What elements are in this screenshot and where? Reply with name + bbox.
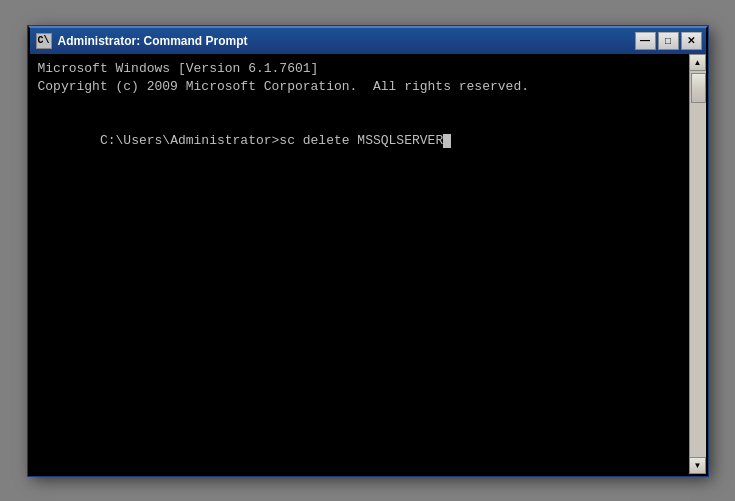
scroll-track[interactable] <box>690 71 706 457</box>
console-line-3 <box>38 96 681 114</box>
minimize-button[interactable]: — <box>635 32 656 50</box>
scroll-thumb[interactable] <box>691 73 706 103</box>
title-bar: C\ Administrator: Command Prompt — □ ✕ <box>30 28 706 54</box>
console-output[interactable]: Microsoft Windows [Version 6.1.7601] Cop… <box>30 54 689 474</box>
window-title: Administrator: Command Prompt <box>58 34 248 48</box>
maximize-button[interactable]: □ <box>658 32 679 50</box>
command-prompt-window: C\ Administrator: Command Prompt — □ ✕ M… <box>28 26 708 476</box>
console-area: Microsoft Windows [Version 6.1.7601] Cop… <box>30 54 706 474</box>
scroll-up-button[interactable]: ▲ <box>689 54 706 71</box>
console-line-2: Copyright (c) 2009 Microsoft Corporation… <box>38 78 681 96</box>
window-icon: C\ <box>36 33 52 49</box>
close-button[interactable]: ✕ <box>681 32 702 50</box>
scrollbar: ▲ ▼ <box>689 54 706 474</box>
console-line-4: C:\Users\Administrator>sc delete MSSQLSE… <box>38 114 681 169</box>
cursor-blink <box>443 134 451 148</box>
console-line-1: Microsoft Windows [Version 6.1.7601] <box>38 60 681 78</box>
scroll-down-button[interactable]: ▼ <box>689 457 706 474</box>
title-bar-left: C\ Administrator: Command Prompt <box>36 33 248 49</box>
window-controls: — □ ✕ <box>635 32 702 50</box>
